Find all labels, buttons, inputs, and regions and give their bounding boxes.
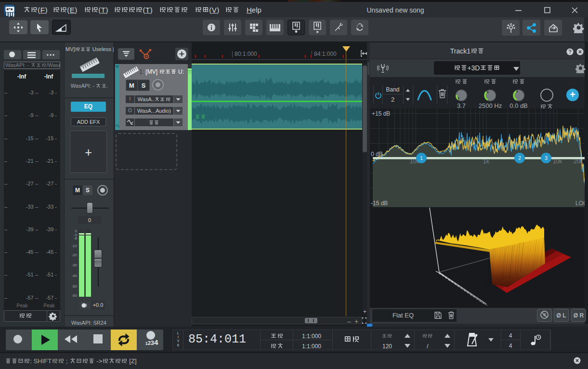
- svg-text:1: 1: [420, 155, 423, 161]
- svg-text:LOG: LOG: [575, 200, 585, 207]
- svg-text:+15 dB: +15 dB: [372, 110, 390, 117]
- svg-text:2: 2: [518, 155, 521, 161]
- svg-text:0 dB: 0 dB: [371, 151, 383, 158]
- svg-text:3: 3: [545, 155, 548, 161]
- svg-text:1k: 1k: [483, 158, 490, 165]
- svg-text:20k: 20k: [574, 158, 583, 165]
- svg-text:10k: 10k: [553, 158, 562, 165]
- svg-text:-15 dB: -15 dB: [371, 200, 388, 207]
